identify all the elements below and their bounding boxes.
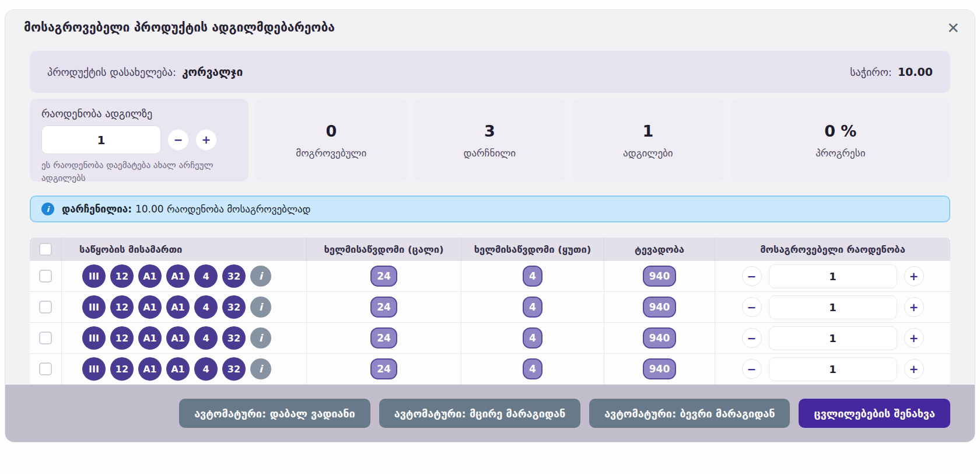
remaining-info-banner: i დარჩენილია:10.00 რაოდენობა მოსაგროვებლ… bbox=[30, 196, 950, 222]
row-minus-button[interactable]: − bbox=[742, 266, 762, 286]
row-info-icon[interactable]: i bbox=[250, 327, 271, 348]
product-name-group: პროდუქტის დასახელება: კორვალჯი bbox=[47, 65, 243, 78]
address-badge: A1 bbox=[166, 295, 190, 319]
address-badge: III bbox=[82, 326, 106, 350]
header-select-all-cell bbox=[30, 238, 62, 261]
address-badge: 4 bbox=[194, 357, 218, 381]
required-label: საჭირო: bbox=[850, 66, 892, 78]
select-all-checkbox[interactable] bbox=[39, 243, 52, 256]
address-badge: A1 bbox=[166, 357, 190, 381]
quantity-per-place-card: რაოდენობა ადგილზე − + ეს რაოდენობა დაემა… bbox=[30, 99, 249, 182]
row-checkbox[interactable] bbox=[39, 332, 52, 344]
address-badge: III bbox=[82, 264, 106, 288]
header-collect-quantity: მოსაგროვებელი რაოდენობა bbox=[715, 238, 950, 261]
row-info-icon[interactable]: i bbox=[250, 358, 271, 379]
address-badge: 12 bbox=[110, 357, 134, 381]
quantity-per-place-label: რაოდენობა ადგილზე bbox=[41, 107, 237, 120]
capacity-pill: 940 bbox=[643, 297, 677, 318]
auto-large-stock-button[interactable]: ავტომატური: ბევრი მარაგიდან bbox=[589, 399, 790, 428]
table-header-row: საწყობის მისამართი ხელმისაწვდომი (ცალი) … bbox=[30, 238, 950, 261]
address-badge: 32 bbox=[222, 326, 246, 350]
row-qty-input[interactable] bbox=[769, 264, 897, 288]
row-plus-button[interactable]: + bbox=[904, 266, 924, 286]
header-available-boxes: ხელმისაწვდომი (ყუთი) bbox=[461, 238, 604, 261]
row-checkbox[interactable] bbox=[39, 301, 52, 313]
row-quantity-cell: − + bbox=[715, 292, 950, 322]
banner-text: დარჩენილია:10.00 რაოდენობა მოსაგროვებლად bbox=[62, 203, 311, 215]
stat-label: მოგროვებული bbox=[296, 147, 366, 159]
row-capacity-cell: 940 bbox=[604, 292, 715, 322]
banner-rest: 10.00 რაოდენობა მოსაგროვებლად bbox=[135, 203, 311, 215]
row-plus-button[interactable]: + bbox=[904, 359, 924, 379]
address-badges: III12A1A1432i bbox=[79, 357, 271, 381]
row-minus-button[interactable]: − bbox=[742, 297, 762, 317]
row-select-cell bbox=[30, 323, 62, 353]
product-location-modal: მოსაგროვებელი პროდუქტის ადგილმდებარეობა … bbox=[5, 9, 975, 442]
modal-content: პროდუქტის დასახელება: კორვალჯი საჭირო: 1… bbox=[5, 51, 975, 385]
row-plus-button[interactable]: + bbox=[904, 297, 924, 317]
address-badge: A1 bbox=[138, 264, 162, 288]
auto-small-stock-button[interactable]: ავტომატური: მცირე მარაგიდან bbox=[379, 399, 580, 428]
row-checkbox[interactable] bbox=[39, 270, 52, 283]
row-quantity-cell: − + bbox=[715, 261, 950, 291]
row-select-cell bbox=[30, 261, 62, 291]
address-badge: 4 bbox=[194, 326, 218, 350]
stat-value: 0 bbox=[326, 122, 337, 140]
row-qty-input[interactable] bbox=[769, 295, 897, 319]
row-plus-button[interactable]: + bbox=[904, 328, 924, 348]
available-boxes-pill: 4 bbox=[523, 358, 542, 379]
close-icon[interactable]: ✕ bbox=[947, 20, 960, 36]
modal-footer: ავტომატური: დაბალ ვადიანი ავტომატური: მც… bbox=[5, 385, 975, 442]
auto-low-expiry-button[interactable]: ავტომატური: დაბალ ვადიანი bbox=[179, 399, 370, 428]
stat-card-progress: 0 % პროგრესი bbox=[731, 99, 950, 182]
capacity-pill: 940 bbox=[643, 358, 677, 379]
available-pieces-pill: 24 bbox=[370, 297, 397, 318]
address-badge: 32 bbox=[222, 264, 246, 288]
required-value: 10.00 bbox=[898, 65, 933, 78]
address-badge: 4 bbox=[194, 264, 218, 288]
address-badge: A1 bbox=[138, 357, 162, 381]
stat-label: დარჩნილი bbox=[464, 147, 516, 159]
header-capacity: ტევადობა bbox=[604, 238, 715, 261]
save-changes-button[interactable]: ცვლილებების შენახვა bbox=[799, 399, 950, 428]
row-available-pieces-cell: 24 bbox=[307, 354, 461, 384]
quantity-plus-button[interactable]: + bbox=[195, 129, 217, 151]
stat-value: 1 bbox=[642, 122, 653, 140]
row-qty-input[interactable] bbox=[769, 357, 897, 381]
address-badges: III12A1A1432i bbox=[79, 295, 271, 319]
stat-card-remaining: 3 დარჩნილი bbox=[414, 99, 566, 182]
row-info-icon[interactable]: i bbox=[250, 266, 271, 287]
quantity-minus-button[interactable]: − bbox=[167, 129, 189, 151]
address-badge: 12 bbox=[110, 326, 134, 350]
row-qty-input[interactable] bbox=[769, 326, 897, 350]
row-quantity-stepper: − + bbox=[742, 264, 924, 288]
address-badge: 32 bbox=[222, 357, 246, 381]
row-quantity-stepper: − + bbox=[742, 357, 924, 381]
row-checkbox[interactable] bbox=[39, 363, 52, 375]
row-capacity-cell: 940 bbox=[604, 261, 715, 291]
product-name-label: პროდუქტის დასახელება: bbox=[47, 66, 176, 78]
row-select-cell bbox=[30, 292, 62, 322]
available-boxes-pill: 4 bbox=[523, 327, 542, 348]
row-info-icon[interactable]: i bbox=[250, 297, 271, 318]
row-capacity-cell: 940 bbox=[604, 323, 715, 353]
modal-title: მოსაგროვებელი პროდუქტის ადგილმდებარეობა bbox=[24, 20, 335, 34]
address-badge: III bbox=[82, 357, 106, 381]
available-pieces-pill: 24 bbox=[370, 327, 397, 348]
address-badge: A1 bbox=[166, 326, 190, 350]
row-quantity-stepper: − + bbox=[742, 326, 924, 350]
available-boxes-pill: 4 bbox=[523, 266, 542, 287]
address-badge: A1 bbox=[138, 295, 162, 319]
row-minus-button[interactable]: − bbox=[742, 359, 762, 379]
quantity-input[interactable] bbox=[41, 126, 161, 154]
stats-row: რაოდენობა ადგილზე − + ეს რაოდენობა დაემა… bbox=[30, 99, 950, 182]
address-badge: A1 bbox=[138, 326, 162, 350]
stat-value: 0 % bbox=[824, 122, 856, 140]
address-badge: 12 bbox=[110, 264, 134, 288]
info-icon: i bbox=[41, 203, 54, 215]
address-badge: 12 bbox=[110, 295, 134, 319]
stat-label: პროგრესი bbox=[816, 147, 865, 159]
capacity-pill: 940 bbox=[643, 327, 677, 348]
address-badge: III bbox=[82, 295, 106, 319]
row-minus-button[interactable]: − bbox=[742, 328, 762, 348]
